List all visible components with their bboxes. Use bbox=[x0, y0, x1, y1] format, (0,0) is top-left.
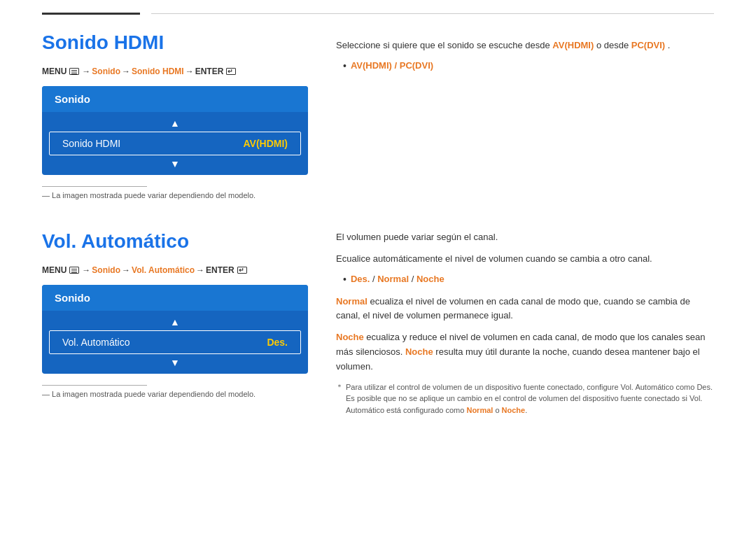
para1-vol: Normal ecualiza el nivel de volumen en c… bbox=[336, 295, 714, 324]
menu-item3-2: ENTER bbox=[206, 265, 234, 275]
fn-bold5: Noche bbox=[502, 406, 526, 414]
menu-label-1: MENU bbox=[42, 66, 66, 76]
tv-row-label-2: Vol. Automático bbox=[62, 337, 130, 348]
menu-label-2: MENU bbox=[42, 265, 66, 275]
para2-label: Noche bbox=[336, 332, 364, 342]
menu-item3-1: ENTER bbox=[195, 66, 224, 76]
menu-item2-1: Sonido HDMI bbox=[132, 66, 184, 76]
desc1c-text: . bbox=[668, 40, 671, 50]
menu-path-vol-auto: MENU → Sonido → Vol. Automático → ENTER bbox=[42, 265, 308, 275]
note-text-2: La imagen mostrada puede variar dependie… bbox=[42, 390, 308, 398]
arrow3-1: → bbox=[186, 66, 194, 76]
fn-bold2: Des. bbox=[696, 383, 713, 391]
fn2: como bbox=[673, 383, 696, 391]
pc-dvi-link: PC(DVI) bbox=[631, 40, 665, 50]
bullet-item-av-pc: AV(HDMI) / PC(DVI) bbox=[343, 60, 714, 71]
tv-box-header-1: Sonido bbox=[42, 86, 308, 112]
desc1-vol: El volumen puede variar según el canal. bbox=[336, 230, 714, 245]
section-title-sonido-hdmi: Sonido HDMI bbox=[42, 31, 308, 54]
tv-box-sonido-hdmi: Sonido ▲ Sonido HDMI AV(HDMI) ▼ bbox=[42, 86, 308, 175]
fn-bold4: Normal bbox=[466, 406, 493, 414]
fn3: Es posible que no se aplique un cambio e… bbox=[346, 394, 690, 402]
note-line-1 bbox=[42, 186, 147, 187]
bullet-av-pc-text: AV(HDMI) / PC(DVI) bbox=[351, 60, 433, 71]
top-bar-line-right bbox=[151, 13, 714, 14]
menu-item2-2: Vol. Automático bbox=[132, 265, 195, 275]
bullet-item-des-normal-noche: Des. / Normal / Noche bbox=[343, 274, 714, 285]
chevron-down-1: ▼ bbox=[42, 155, 308, 175]
desc2-vol: Ecualice automáticamente el nivel de vol… bbox=[336, 252, 714, 267]
bullet-des: Des. bbox=[351, 274, 370, 284]
tv-row-label-1: Sonido HDMI bbox=[62, 138, 120, 149]
bullet-list-1: AV(HDMI) / PC(DVI) bbox=[336, 60, 714, 71]
right-col-sonido-hdmi: Seleccione si quiere que el sonido se es… bbox=[336, 31, 714, 216]
chevron-down-2: ▼ bbox=[42, 354, 308, 374]
menu-icon-2 bbox=[69, 267, 79, 274]
chevron-up-1: ▲ bbox=[42, 112, 308, 132]
fn4: está configurado como bbox=[384, 406, 466, 414]
para1-label: Normal bbox=[336, 296, 368, 307]
bullet-sep2: / bbox=[412, 274, 416, 284]
chevron-up-2: ▲ bbox=[42, 311, 308, 330]
enter-icon-1 bbox=[226, 68, 236, 75]
top-bar-line-left bbox=[42, 13, 140, 15]
bullet-des-text: Des. / Normal / Noche bbox=[351, 274, 444, 284]
fn6: . bbox=[525, 406, 527, 414]
menu-icon-1 bbox=[69, 68, 79, 75]
left-col-vol-auto: Vol. Automático MENU → Sonido → Vol. Aut… bbox=[42, 230, 308, 416]
bullet-noche: Noche bbox=[416, 274, 444, 284]
footnote-vol: Para utilizar el control de volumen de u… bbox=[336, 381, 714, 416]
right-col-vol-auto: El volumen puede variar según el canal. … bbox=[336, 230, 714, 416]
para2-vol: Noche ecualiza y reduce el nivel de volu… bbox=[336, 330, 714, 374]
arrow2-1: → bbox=[122, 66, 130, 76]
desc1b-text: o desde bbox=[596, 40, 631, 50]
tv-row-value-2: Des. bbox=[267, 337, 288, 348]
enter-icon-2 bbox=[237, 267, 247, 274]
arrow2-2: → bbox=[122, 265, 130, 275]
tv-box-vol-auto: Sonido ▲ Vol. Automático Des. ▼ bbox=[42, 285, 308, 374]
fn1: Para utilizar el control de volumen de u… bbox=[346, 383, 621, 391]
fn5: o bbox=[493, 406, 501, 414]
bullet-normal: Normal bbox=[377, 274, 409, 284]
para1-text: ecualiza el nivel de volumen en cada can… bbox=[336, 296, 690, 321]
av-hdmi-link: AV(HDMI) bbox=[552, 40, 594, 50]
arrow1-1: → bbox=[82, 66, 90, 76]
left-col-sonido-hdmi: Sonido HDMI MENU → Sonido → Sonido HDMI … bbox=[42, 31, 308, 216]
tv-box-row-2: Vol. Automático Des. bbox=[49, 330, 301, 354]
bullet-list-2: Des. / Normal / Noche bbox=[336, 274, 714, 285]
menu-path-sonido-hdmi: MENU → Sonido → Sonido HDMI → ENTER bbox=[42, 66, 308, 76]
note-text-1: La imagen mostrada puede variar dependie… bbox=[42, 191, 308, 199]
section-title-vol-auto: Vol. Automático bbox=[42, 230, 308, 253]
desc1-text: Seleccione si quiere que el sonido se es… bbox=[336, 40, 550, 50]
para2-label2: Noche bbox=[405, 346, 433, 357]
menu-item1-2: Sonido bbox=[92, 265, 120, 275]
arrow3-2: → bbox=[196, 265, 204, 275]
top-separator bbox=[0, 0, 756, 15]
section-vol-automatico: Vol. Automático MENU → Sonido → Vol. Aut… bbox=[0, 230, 756, 416]
tv-box-row-1: Sonido HDMI AV(HDMI) bbox=[49, 132, 301, 155]
arrow1-2: → bbox=[82, 265, 90, 275]
tv-box-header-2: Sonido bbox=[42, 285, 308, 311]
tv-row-value-1: AV(HDMI) bbox=[243, 138, 288, 149]
note-line-2 bbox=[42, 385, 147, 386]
menu-item1-1: Sonido bbox=[92, 66, 120, 76]
fn-bold1: Vol. Automático bbox=[621, 383, 674, 391]
section-sonido-hdmi: Sonido HDMI MENU → Sonido → Sonido HDMI … bbox=[0, 31, 756, 216]
right-desc-1: Seleccione si quiere que el sonido se es… bbox=[336, 38, 714, 53]
